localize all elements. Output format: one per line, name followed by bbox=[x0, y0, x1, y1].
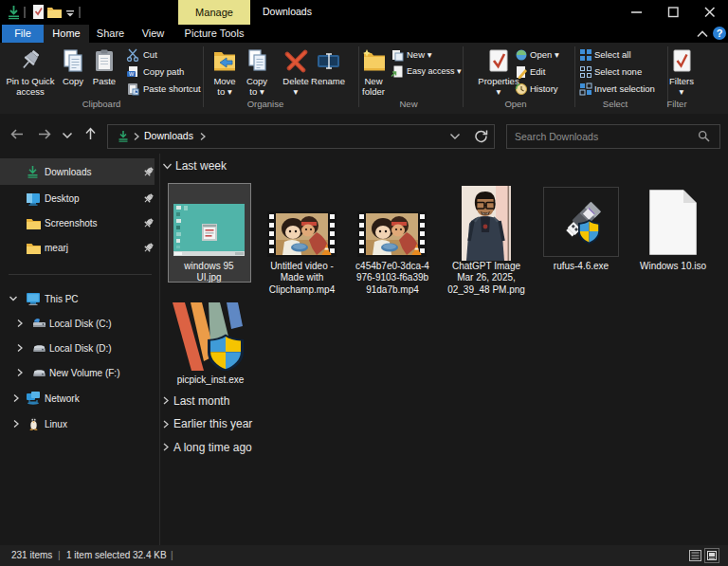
svg-text:W: W bbox=[129, 71, 135, 77]
